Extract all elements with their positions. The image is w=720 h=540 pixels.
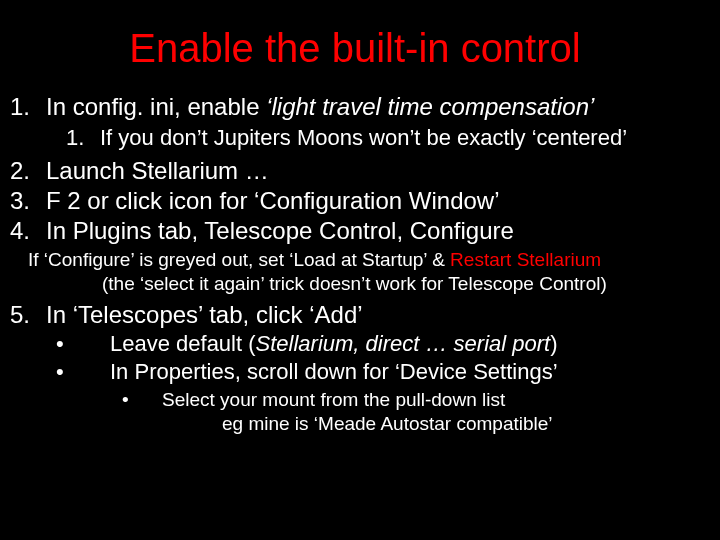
slide: Enable the built-in control 1.In config.…	[0, 0, 720, 435]
sub-bullet-1: •Select your mount from the pull-down li…	[122, 389, 700, 411]
step-2-text: Launch Stellarium …	[46, 157, 269, 184]
bullet-1-text-a: Leave default (	[110, 331, 256, 356]
step-4-text: In Plugins tab, Telescope Control, Confi…	[46, 217, 514, 244]
bullet-1-text-c: )	[550, 331, 557, 356]
step-3: 3.F 2 or click icon for ‘Configuration W…	[10, 187, 700, 215]
step-1-text-b: ‘light travel time compensation’	[266, 93, 594, 120]
page-title: Enable the built-in control	[10, 26, 700, 71]
bullet-2: •In Properties, scroll down for ‘Device …	[56, 359, 700, 385]
sub-bullet-1-cont: eg mine is ‘Meade Autostar compatible’	[222, 413, 700, 435]
step-1-sub-1: 1.If you don’t Jupiters Moons won’t be e…	[66, 125, 700, 151]
step-1-sub-1-text: If you don’t Jupiters Moons won’t be exa…	[100, 125, 627, 150]
step-3-text: F 2 or click icon for ‘Configuration Win…	[46, 187, 500, 214]
bullet-1-dot: •	[56, 331, 110, 357]
note-line-1a: If ‘Configure’ is greyed out, set ‘Load …	[28, 249, 450, 270]
sub-bullet-1-dot: •	[122, 389, 162, 411]
step-1-text-a: In config. ini, enable	[46, 93, 266, 120]
step-1: 1.In config. ini, enable ‘light travel t…	[10, 93, 700, 121]
step-1-num: 1.	[10, 93, 46, 121]
step-4-num: 4.	[10, 217, 46, 245]
step-5-text: In ‘Telescopes’ tab, click ‘Add’	[46, 301, 363, 328]
step-4: 4.In Plugins tab, Telescope Control, Con…	[10, 217, 700, 245]
note-line-1: If ‘Configure’ is greyed out, set ‘Load …	[28, 249, 700, 271]
step-2-num: 2.	[10, 157, 46, 185]
step-5: 5.In ‘Telescopes’ tab, click ‘Add’	[10, 301, 700, 329]
step-3-num: 3.	[10, 187, 46, 215]
bullet-2-text: In Properties, scroll down for ‘Device S…	[110, 359, 558, 384]
bullet-1: •Leave default (Stellarium, direct … ser…	[56, 331, 700, 357]
note-line-2: (the ‘select it again’ trick doesn’t wor…	[102, 273, 700, 295]
sub-bullet-1-text: Select your mount from the pull-down lis…	[162, 389, 505, 410]
bullet-1-text-b: Stellarium, direct … serial port	[256, 331, 551, 356]
step-5-num: 5.	[10, 301, 46, 329]
step-2: 2.Launch Stellarium …	[10, 157, 700, 185]
note-line-1b: Restart Stellarium	[450, 249, 601, 270]
bullet-2-dot: •	[56, 359, 110, 385]
step-1-sub-1-num: 1.	[66, 125, 100, 151]
